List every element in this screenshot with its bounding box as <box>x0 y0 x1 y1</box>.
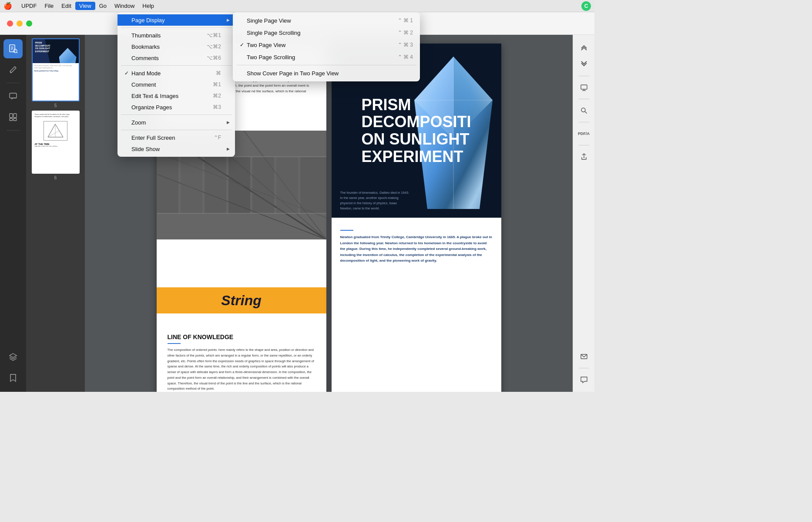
svg-rect-8 <box>10 114 13 118</box>
menubar: 🍎 UPDF File Edit View Go Window Help C <box>0 0 594 12</box>
menu-organize-pages[interactable]: Organize Pages ⌘3 <box>117 101 235 113</box>
thumbnail-page-6[interactable]: These studies laid the foundation for th… <box>32 111 80 174</box>
tool-organize[interactable] <box>3 108 23 127</box>
mail-btn[interactable] <box>576 349 592 364</box>
mini-crystal <box>59 48 77 63</box>
menu-slideshow-label: Slide Show <box>131 146 160 152</box>
menu-edit-text-label: Edit Text & Images <box>131 93 178 99</box>
user-avatar[interactable]: C <box>581 1 591 11</box>
menubar-window[interactable]: Window <box>111 2 138 10</box>
submenu-two-page-view[interactable]: ✓ Two Page View ⌃⌘3 <box>233 39 420 51</box>
menu-fullscreen-label: Enter Full Screen <box>131 135 175 141</box>
header-body: The founder of kinematics, Galileo died … <box>340 190 410 211</box>
menu-bookmarks[interactable]: Bookmarks ⌥⌘2 <box>117 41 235 52</box>
scroll-bottom-btn[interactable] <box>576 57 592 72</box>
separator-1 <box>7 83 20 83</box>
menu-comment-label: Comment <box>131 81 156 88</box>
traffic-lights <box>7 20 32 27</box>
view-menu-dropdown: Page Display Thumbnails ⌥⌘1 Bookmarks ⌥⌘… <box>117 12 235 157</box>
presentation-btn[interactable] <box>576 80 592 95</box>
menu-slideshow[interactable]: Slide Show <box>117 143 235 155</box>
right-toolbar-sep-2 <box>579 99 589 99</box>
thumbnail-page-5[interactable]: PRISMDECOMPOSITION SUNLIGHTEXPERIMENT Th… <box>32 38 80 101</box>
menu-page-display[interactable]: Page Display <box>117 14 235 26</box>
thumbnail-item-5: PRISMDECOMPOSITION SUNLIGHTEXPERIMENT Th… <box>30 38 81 108</box>
right-page-body: Newton graduated from Trinity College, C… <box>332 218 501 273</box>
single-page-scrolling-label: Single Page Scrolling <box>247 30 301 36</box>
pdfa-btn[interactable]: PDF/A <box>576 126 592 141</box>
svg-point-4 <box>13 49 17 53</box>
menu-page-display-label: Page Display <box>131 17 165 24</box>
tool-bookmark[interactable] <box>3 368 23 387</box>
tool-layers[interactable] <box>3 347 23 367</box>
submenu-single-page-scrolling[interactable]: Single Page Scrolling ⌃⌘2 <box>233 27 420 39</box>
menubar-edit[interactable]: Edit <box>57 2 75 10</box>
menu-organize-label: Organize Pages <box>131 104 172 111</box>
menu-hand-mode-label: Hand Mode <box>131 70 161 77</box>
share-btn[interactable] <box>576 149 592 165</box>
right-toolbar-sep-1 <box>579 76 589 76</box>
svg-rect-11 <box>13 118 17 121</box>
apple-menu[interactable]: 🍎 <box>3 2 12 10</box>
menu-zoom-label: Zoom <box>131 119 146 126</box>
two-page-shortcut: ⌃⌘3 <box>398 42 413 48</box>
scroll-top-btn[interactable] <box>576 39 592 55</box>
sep-3 <box>121 130 232 130</box>
comment-shortcut: ⌘1 <box>213 81 228 88</box>
svg-line-5 <box>17 52 17 53</box>
svg-rect-7 <box>10 93 17 98</box>
svg-rect-27 <box>228 157 250 213</box>
svg-rect-29 <box>276 157 298 213</box>
menubar-app[interactable]: UPDF <box>17 2 40 10</box>
svg-point-41 <box>581 108 585 112</box>
menubar-help[interactable]: Help <box>138 2 158 10</box>
menubar-go[interactable]: Go <box>95 2 111 10</box>
submenu-single-page-view[interactable]: Single Page View ⌃⌘1 <box>233 14 420 27</box>
submenu-two-page-scrolling[interactable]: Two Page Scrolling ⌃⌘4 <box>233 51 420 63</box>
left-page-bottom: LINE OF KNOWLEDGE The composition of ord… <box>168 333 315 392</box>
menu-edit-text-images[interactable]: Edit Text & Images ⌘2 <box>117 90 235 101</box>
heading-underline <box>168 343 181 344</box>
comments-shortcut: ⌥⌘6 <box>207 55 228 61</box>
prism-title: PRISMDECOMPOSITION SUNLIGHTEXPERIMENT <box>352 88 480 174</box>
menubar-file[interactable]: File <box>40 2 57 10</box>
sep-1 <box>121 65 232 66</box>
svg-rect-24 <box>157 157 178 213</box>
show-cover-label: Show Cover Page in Two Page View <box>247 70 339 77</box>
menu-fullscreen[interactable]: Enter Full Screen ⌃F <box>117 132 235 143</box>
separator-2 <box>7 130 20 131</box>
tool-read[interactable] <box>3 39 23 58</box>
svg-rect-10 <box>10 118 13 121</box>
menu-comment[interactable]: Comment ⌘1 <box>117 79 235 90</box>
line-of-knowledge-heading: LINE OF KNOWLEDGE <box>168 333 315 340</box>
search-btn[interactable] <box>576 103 592 118</box>
right-toolbar-sep-4 <box>579 145 589 145</box>
maximize-button[interactable] <box>26 20 32 27</box>
close-button[interactable] <box>7 20 13 27</box>
svg-rect-38 <box>581 85 587 89</box>
menu-zoom[interactable]: Zoom <box>117 117 235 128</box>
menu-comments[interactable]: Comments ⌥⌘6 <box>117 52 235 64</box>
thumb-label-5: 5 <box>54 103 57 108</box>
svg-line-42 <box>585 111 587 114</box>
thumb-label-6: 6 <box>54 175 57 180</box>
menu-thumbnails[interactable]: Thumbnails ⌥⌘1 <box>117 30 235 41</box>
two-scrolling-shortcut: ⌃⌘4 <box>398 54 413 60</box>
tool-comment[interactable] <box>3 87 23 106</box>
menubar-view[interactable]: View <box>75 2 95 10</box>
submenu-show-cover[interactable]: Show Cover Page in Two Page View <box>233 67 420 79</box>
main-layout: PRISMDECOMPOSITION SUNLIGHTEXPERIMENT Th… <box>0 35 594 392</box>
page-display-submenu: Single Page View ⌃⌘1 Single Page Scrolli… <box>233 12 420 81</box>
menu-thumbnails-label: Thumbnails <box>131 32 161 39</box>
single-page-shortcut: ⌃⌘1 <box>398 17 413 24</box>
left-sidebar <box>0 35 26 392</box>
chat-btn[interactable] <box>576 372 592 387</box>
minimize-button[interactable] <box>17 20 23 27</box>
sep-2 <box>121 115 232 115</box>
submenu-separator <box>236 65 416 65</box>
tool-edit[interactable] <box>3 60 23 79</box>
bottom-body-text: The composition of ordered points: here … <box>168 347 315 392</box>
thumbnail-item-6: These studies laid the foundation for th… <box>30 111 81 180</box>
two-page-view-label: Two Page View <box>247 42 285 48</box>
menu-hand-mode[interactable]: ✓ Hand Mode ⌘ <box>117 67 235 79</box>
